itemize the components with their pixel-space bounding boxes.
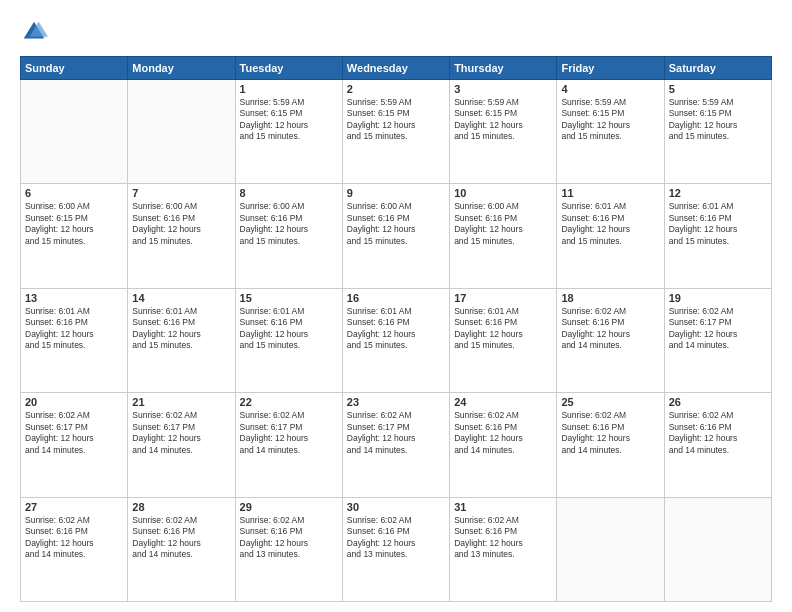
day-info: Sunrise: 6:02 AM Sunset: 6:17 PM Dayligh… [25, 410, 123, 456]
day-number: 29 [240, 501, 338, 513]
calendar-cell: 3Sunrise: 5:59 AM Sunset: 6:15 PM Daylig… [450, 80, 557, 184]
header [20, 18, 772, 46]
calendar-header-row: SundayMondayTuesdayWednesdayThursdayFrid… [21, 57, 772, 80]
day-info: Sunrise: 6:02 AM Sunset: 6:16 PM Dayligh… [561, 306, 659, 352]
day-info: Sunrise: 5:59 AM Sunset: 6:15 PM Dayligh… [347, 97, 445, 143]
calendar-cell: 9Sunrise: 6:00 AM Sunset: 6:16 PM Daylig… [342, 184, 449, 288]
calendar-cell: 7Sunrise: 6:00 AM Sunset: 6:16 PM Daylig… [128, 184, 235, 288]
day-number: 2 [347, 83, 445, 95]
day-number: 13 [25, 292, 123, 304]
day-info: Sunrise: 6:02 AM Sunset: 6:17 PM Dayligh… [347, 410, 445, 456]
calendar-cell: 6Sunrise: 6:00 AM Sunset: 6:15 PM Daylig… [21, 184, 128, 288]
calendar-cell: 21Sunrise: 6:02 AM Sunset: 6:17 PM Dayli… [128, 393, 235, 497]
day-info: Sunrise: 6:01 AM Sunset: 6:16 PM Dayligh… [240, 306, 338, 352]
week-row-5: 27Sunrise: 6:02 AM Sunset: 6:16 PM Dayli… [21, 497, 772, 601]
day-number: 9 [347, 187, 445, 199]
calendar-header-saturday: Saturday [664, 57, 771, 80]
day-number: 10 [454, 187, 552, 199]
calendar-cell: 25Sunrise: 6:02 AM Sunset: 6:16 PM Dayli… [557, 393, 664, 497]
week-row-1: 1Sunrise: 5:59 AM Sunset: 6:15 PM Daylig… [21, 80, 772, 184]
day-info: Sunrise: 6:01 AM Sunset: 6:16 PM Dayligh… [454, 306, 552, 352]
day-number: 26 [669, 396, 767, 408]
calendar-cell [21, 80, 128, 184]
calendar-cell: 2Sunrise: 5:59 AM Sunset: 6:15 PM Daylig… [342, 80, 449, 184]
week-row-3: 13Sunrise: 6:01 AM Sunset: 6:16 PM Dayli… [21, 288, 772, 392]
calendar-cell: 27Sunrise: 6:02 AM Sunset: 6:16 PM Dayli… [21, 497, 128, 601]
day-number: 8 [240, 187, 338, 199]
day-number: 23 [347, 396, 445, 408]
day-info: Sunrise: 6:02 AM Sunset: 6:17 PM Dayligh… [132, 410, 230, 456]
calendar-header-tuesday: Tuesday [235, 57, 342, 80]
calendar-cell: 29Sunrise: 6:02 AM Sunset: 6:16 PM Dayli… [235, 497, 342, 601]
calendar-cell: 16Sunrise: 6:01 AM Sunset: 6:16 PM Dayli… [342, 288, 449, 392]
day-info: Sunrise: 6:02 AM Sunset: 6:16 PM Dayligh… [240, 515, 338, 561]
calendar-cell: 13Sunrise: 6:01 AM Sunset: 6:16 PM Dayli… [21, 288, 128, 392]
day-number: 1 [240, 83, 338, 95]
day-info: Sunrise: 6:01 AM Sunset: 6:16 PM Dayligh… [25, 306, 123, 352]
day-info: Sunrise: 5:59 AM Sunset: 6:15 PM Dayligh… [669, 97, 767, 143]
day-info: Sunrise: 6:00 AM Sunset: 6:16 PM Dayligh… [347, 201, 445, 247]
calendar-cell [664, 497, 771, 601]
day-number: 19 [669, 292, 767, 304]
day-number: 14 [132, 292, 230, 304]
logo [20, 18, 52, 46]
week-row-4: 20Sunrise: 6:02 AM Sunset: 6:17 PM Dayli… [21, 393, 772, 497]
day-number: 5 [669, 83, 767, 95]
day-info: Sunrise: 6:00 AM Sunset: 6:16 PM Dayligh… [132, 201, 230, 247]
calendar-cell: 23Sunrise: 6:02 AM Sunset: 6:17 PM Dayli… [342, 393, 449, 497]
day-number: 22 [240, 396, 338, 408]
day-info: Sunrise: 6:00 AM Sunset: 6:15 PM Dayligh… [25, 201, 123, 247]
day-info: Sunrise: 5:59 AM Sunset: 6:15 PM Dayligh… [240, 97, 338, 143]
calendar-cell: 1Sunrise: 5:59 AM Sunset: 6:15 PM Daylig… [235, 80, 342, 184]
day-number: 30 [347, 501, 445, 513]
day-info: Sunrise: 6:02 AM Sunset: 6:16 PM Dayligh… [561, 410, 659, 456]
day-number: 24 [454, 396, 552, 408]
calendar-cell: 28Sunrise: 6:02 AM Sunset: 6:16 PM Dayli… [128, 497, 235, 601]
calendar-cell: 5Sunrise: 5:59 AM Sunset: 6:15 PM Daylig… [664, 80, 771, 184]
calendar-cell: 17Sunrise: 6:01 AM Sunset: 6:16 PM Dayli… [450, 288, 557, 392]
calendar-cell [557, 497, 664, 601]
calendar-cell: 19Sunrise: 6:02 AM Sunset: 6:17 PM Dayli… [664, 288, 771, 392]
day-number: 11 [561, 187, 659, 199]
day-number: 21 [132, 396, 230, 408]
calendar-cell: 10Sunrise: 6:00 AM Sunset: 6:16 PM Dayli… [450, 184, 557, 288]
day-info: Sunrise: 6:02 AM Sunset: 6:16 PM Dayligh… [669, 410, 767, 456]
day-info: Sunrise: 6:02 AM Sunset: 6:16 PM Dayligh… [132, 515, 230, 561]
day-number: 6 [25, 187, 123, 199]
calendar-cell: 22Sunrise: 6:02 AM Sunset: 6:17 PM Dayli… [235, 393, 342, 497]
day-info: Sunrise: 6:02 AM Sunset: 6:16 PM Dayligh… [454, 410, 552, 456]
calendar-cell: 14Sunrise: 6:01 AM Sunset: 6:16 PM Dayli… [128, 288, 235, 392]
day-info: Sunrise: 6:01 AM Sunset: 6:16 PM Dayligh… [561, 201, 659, 247]
day-info: Sunrise: 6:01 AM Sunset: 6:16 PM Dayligh… [347, 306, 445, 352]
day-number: 7 [132, 187, 230, 199]
logo-icon [20, 18, 48, 46]
calendar-cell: 26Sunrise: 6:02 AM Sunset: 6:16 PM Dayli… [664, 393, 771, 497]
calendar-cell: 11Sunrise: 6:01 AM Sunset: 6:16 PM Dayli… [557, 184, 664, 288]
calendar-cell: 4Sunrise: 5:59 AM Sunset: 6:15 PM Daylig… [557, 80, 664, 184]
calendar-cell: 24Sunrise: 6:02 AM Sunset: 6:16 PM Dayli… [450, 393, 557, 497]
day-info: Sunrise: 6:01 AM Sunset: 6:16 PM Dayligh… [132, 306, 230, 352]
calendar-cell: 31Sunrise: 6:02 AM Sunset: 6:16 PM Dayli… [450, 497, 557, 601]
day-info: Sunrise: 6:01 AM Sunset: 6:16 PM Dayligh… [669, 201, 767, 247]
day-number: 20 [25, 396, 123, 408]
calendar-cell: 12Sunrise: 6:01 AM Sunset: 6:16 PM Dayli… [664, 184, 771, 288]
day-info: Sunrise: 6:02 AM Sunset: 6:17 PM Dayligh… [240, 410, 338, 456]
week-row-2: 6Sunrise: 6:00 AM Sunset: 6:15 PM Daylig… [21, 184, 772, 288]
day-number: 15 [240, 292, 338, 304]
day-info: Sunrise: 6:02 AM Sunset: 6:17 PM Dayligh… [669, 306, 767, 352]
day-number: 12 [669, 187, 767, 199]
calendar-header-thursday: Thursday [450, 57, 557, 80]
calendar-header-monday: Monday [128, 57, 235, 80]
day-info: Sunrise: 6:02 AM Sunset: 6:16 PM Dayligh… [25, 515, 123, 561]
day-info: Sunrise: 6:00 AM Sunset: 6:16 PM Dayligh… [454, 201, 552, 247]
calendar-header-wednesday: Wednesday [342, 57, 449, 80]
calendar-cell [128, 80, 235, 184]
calendar-cell: 8Sunrise: 6:00 AM Sunset: 6:16 PM Daylig… [235, 184, 342, 288]
day-info: Sunrise: 6:02 AM Sunset: 6:16 PM Dayligh… [347, 515, 445, 561]
day-number: 28 [132, 501, 230, 513]
calendar-table: SundayMondayTuesdayWednesdayThursdayFrid… [20, 56, 772, 602]
day-number: 25 [561, 396, 659, 408]
calendar-cell: 30Sunrise: 6:02 AM Sunset: 6:16 PM Dayli… [342, 497, 449, 601]
day-info: Sunrise: 6:00 AM Sunset: 6:16 PM Dayligh… [240, 201, 338, 247]
day-number: 27 [25, 501, 123, 513]
